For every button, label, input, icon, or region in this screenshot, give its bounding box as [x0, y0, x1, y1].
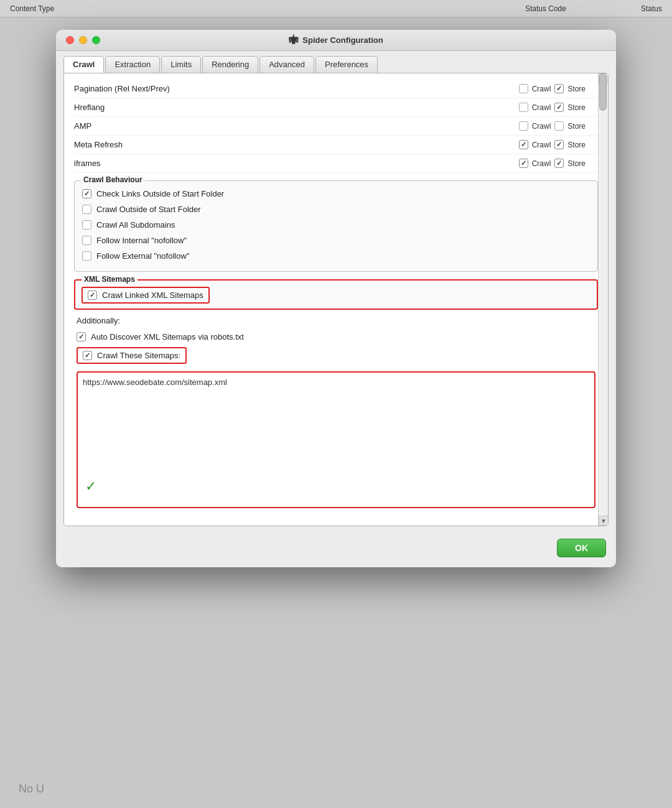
- dialog-title: 🕷 Spider Configuration: [289, 35, 383, 46]
- sitemap-textarea-empty[interactable]: [83, 389, 589, 464]
- tab-preferences[interactable]: Preferences: [315, 56, 378, 73]
- crawl-linked-row: Crawl Linked XML Sitemaps: [82, 287, 210, 304]
- top-bar-status: Status: [641, 4, 662, 13]
- close-button[interactable]: [66, 36, 74, 44]
- top-bar-items: Status Code Status: [525, 4, 662, 13]
- crawl-these-row: Crawl These Sitemaps:: [77, 347, 187, 364]
- follow-internal-nofollow-label: Follow Internal "nofollow": [96, 236, 187, 245]
- pagination-store-checkbox[interactable]: [554, 84, 564, 93]
- tab-extraction[interactable]: Extraction: [105, 56, 160, 73]
- sitemap-url-text[interactable]: https://www.seodebate.com/sitemap.xml: [83, 378, 589, 387]
- maximize-button[interactable]: [92, 36, 100, 44]
- crawl-behaviour-title: Crawl Behaviour: [81, 175, 145, 184]
- crawl-linked-xml-label: Crawl Linked XML Sitemaps: [102, 290, 203, 300]
- row-label-meta-refresh: Meta Refresh: [74, 140, 519, 149]
- crawl-these-sitemaps-label: Crawl These Sitemaps:: [97, 351, 180, 360]
- row-label-iframes: iframes: [74, 159, 519, 168]
- row-controls-hreflang: Crawl Store: [519, 103, 586, 112]
- row-label-hreflang: Hreflang: [74, 103, 519, 112]
- auto-discover-item: Auto Discover XML Sitemaps via robots.tx…: [77, 329, 595, 345]
- store-label-amp: Store: [567, 122, 586, 131]
- sitemap-textarea-wrap: https://www.seodebate.com/sitemap.xml ✓: [77, 371, 595, 508]
- row-controls-iframes: Crawl Store: [519, 159, 586, 168]
- amp-store-checkbox[interactable]: [554, 121, 564, 131]
- iframes-store-checkbox[interactable]: [554, 159, 564, 168]
- settings-row-pagination: Pagination (Rel Next/Prev) Crawl Store: [74, 80, 598, 98]
- xml-sitemaps-title: XML Sitemaps: [82, 275, 138, 284]
- additionally-label: Additionally:: [77, 316, 595, 325]
- dialog-content: Pagination (Rel Next/Prev) Crawl Store H…: [63, 73, 609, 526]
- xml-sitemaps-group: XML Sitemaps Crawl Linked XML Sitemaps: [74, 279, 598, 310]
- store-label-pagination: Store: [567, 85, 586, 93]
- settings-row-meta-refresh: Meta Refresh Crawl Store: [74, 136, 598, 154]
- store-label-hreflang: Store: [567, 103, 586, 112]
- spider-config-dialog: 🕷 Spider Configuration Crawl Extraction …: [56, 30, 616, 567]
- ok-button[interactable]: OK: [557, 539, 606, 557]
- meta-refresh-store-checkbox[interactable]: [554, 140, 564, 149]
- crawl-subdomains-label: Crawl All Subdomains: [96, 220, 175, 230]
- scroll-area: Pagination (Rel Next/Prev) Crawl Store H…: [64, 73, 598, 526]
- top-bar-content-type: Content Type: [10, 4, 54, 13]
- no-u-label: No U: [19, 782, 44, 796]
- amp-crawl-checkbox[interactable]: [519, 121, 528, 131]
- sitemap-valid-icon: ✓: [85, 478, 96, 495]
- crawl-label-iframes: Crawl: [532, 159, 551, 168]
- auto-discover-checkbox[interactable]: [77, 332, 86, 341]
- check-links-checkbox[interactable]: [82, 189, 91, 198]
- additionally-section: Additionally: Auto Discover XML Sitemaps…: [74, 316, 598, 508]
- crawl-behaviour-item-1: Crawl Outside of Start Folder: [82, 202, 590, 217]
- tab-limits[interactable]: Limits: [161, 56, 201, 73]
- crawl-label-hreflang: Crawl: [532, 103, 551, 112]
- row-controls-amp: Crawl Store: [519, 121, 586, 131]
- iframes-crawl-checkbox[interactable]: [519, 159, 528, 168]
- follow-internal-nofollow-checkbox[interactable]: [82, 236, 91, 245]
- crawl-behaviour-item-3: Follow Internal "nofollow": [82, 233, 590, 248]
- crawl-subdomains-checkbox[interactable]: [82, 220, 91, 230]
- top-bar: Content Type Status Code Status: [0, 0, 672, 17]
- hreflang-crawl-checkbox[interactable]: [519, 103, 528, 112]
- settings-row-amp: AMP Crawl Store: [74, 117, 598, 136]
- check-links-label: Check Links Outside of Start Folder: [96, 189, 224, 198]
- follow-external-nofollow-checkbox[interactable]: [82, 251, 91, 261]
- crawl-label-meta-refresh: Crawl: [532, 141, 551, 149]
- crawl-outside-label: Crawl Outside of Start Folder: [96, 205, 201, 214]
- settings-row-hreflang: Hreflang Crawl Store: [74, 98, 598, 117]
- tab-rendering[interactable]: Rendering: [202, 56, 258, 73]
- settings-row-iframes: iframes Crawl Store: [74, 154, 598, 173]
- store-label-iframes: Store: [567, 159, 586, 168]
- hreflang-store-checkbox[interactable]: [554, 103, 564, 112]
- spider-icon: 🕷: [289, 35, 299, 46]
- scrollbar-arrow-down[interactable]: ▼: [599, 516, 609, 526]
- store-label-meta-refresh: Store: [567, 141, 586, 149]
- tab-advanced[interactable]: Advanced: [259, 56, 314, 73]
- crawl-label-amp: Crawl: [532, 122, 551, 131]
- tab-crawl[interactable]: Crawl: [63, 56, 104, 73]
- crawl-behaviour-group: Crawl Behaviour Check Links Outside of S…: [74, 180, 598, 272]
- crawl-behaviour-item-4: Follow External "nofollow": [82, 248, 590, 264]
- pagination-crawl-checkbox[interactable]: [519, 84, 528, 93]
- row-controls-pagination: Crawl Store: [519, 84, 586, 93]
- row-label-pagination: Pagination (Rel Next/Prev): [74, 84, 519, 93]
- follow-external-nofollow-label: Follow External "nofollow": [96, 251, 189, 261]
- crawl-linked-xml-checkbox[interactable]: [88, 290, 97, 300]
- row-controls-meta-refresh: Crawl Store: [519, 140, 586, 149]
- top-bar-status-code: Status Code: [525, 4, 566, 13]
- main-area: 🕷 Spider Configuration Crawl Extraction …: [0, 17, 672, 808]
- scrollbar-track: ▲ ▼: [598, 73, 608, 526]
- crawl-outside-checkbox[interactable]: [82, 205, 91, 214]
- crawl-behaviour-item-2: Crawl All Subdomains: [82, 217, 590, 233]
- dialog-titlebar: 🕷 Spider Configuration: [56, 30, 616, 51]
- auto-discover-label: Auto Discover XML Sitemaps via robots.tx…: [91, 332, 244, 341]
- minimize-button[interactable]: [79, 36, 87, 44]
- tabs-bar: Crawl Extraction Limits Rendering Advanc…: [56, 51, 616, 73]
- crawl-these-sitemaps-checkbox[interactable]: [83, 351, 92, 360]
- dialog-bottom: OK: [56, 534, 616, 567]
- scrollbar-thumb[interactable]: [599, 73, 607, 111]
- meta-refresh-crawl-checkbox[interactable]: [519, 140, 528, 149]
- crawl-behaviour-item-0: Check Links Outside of Start Folder: [82, 186, 590, 202]
- crawl-label-pagination: Crawl: [532, 85, 551, 93]
- row-label-amp: AMP: [74, 121, 519, 131]
